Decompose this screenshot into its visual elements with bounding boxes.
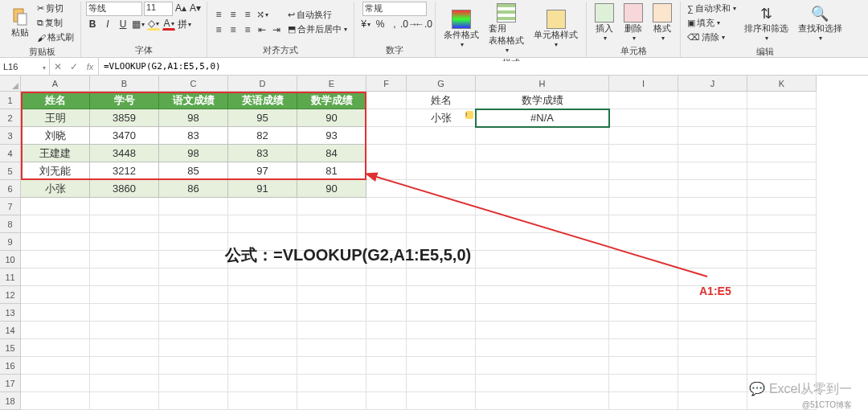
- phonetic-button[interactable]: 拼: [178, 18, 190, 31]
- cell[interactable]: [678, 357, 747, 375]
- col-header[interactable]: C: [159, 76, 228, 92]
- cell[interactable]: 3470: [90, 127, 159, 145]
- row-header[interactable]: 2: [0, 109, 21, 127]
- cell[interactable]: [747, 127, 817, 145]
- number-format-select[interactable]: 常规: [362, 2, 427, 16]
- cell[interactable]: [747, 215, 817, 233]
- comma-icon[interactable]: ,: [388, 18, 401, 31]
- cell[interactable]: #N/A: [476, 109, 609, 127]
- copy-button[interactable]: ⧉复制: [35, 16, 76, 30]
- cell[interactable]: [228, 322, 297, 339]
- cell[interactable]: [90, 375, 159, 392]
- cut-button[interactable]: ✂剪切: [35, 2, 76, 15]
- align-bottom-icon[interactable]: ≡: [241, 8, 254, 21]
- cell[interactable]: [90, 357, 159, 375]
- cell[interactable]: 3859: [90, 109, 159, 127]
- cell[interactable]: [747, 322, 817, 339]
- cell[interactable]: [159, 286, 228, 304]
- cell[interactable]: 82: [228, 127, 297, 145]
- row-header[interactable]: 5: [0, 162, 21, 180]
- cell[interactable]: [678, 304, 747, 322]
- cell[interactable]: [297, 392, 366, 410]
- cell[interactable]: [678, 109, 747, 127]
- cell[interactable]: [609, 145, 678, 162]
- row-header[interactable]: 6: [0, 180, 21, 198]
- cell[interactable]: 90: [297, 109, 366, 127]
- cell[interactable]: 98: [159, 109, 228, 127]
- cell[interactable]: 97: [228, 162, 297, 180]
- row-header[interactable]: 11: [0, 268, 21, 286]
- cell[interactable]: 91: [228, 180, 297, 198]
- cell[interactable]: [747, 268, 817, 286]
- cell[interactable]: [747, 162, 817, 180]
- cell[interactable]: 数学成绩: [297, 92, 366, 109]
- wrap-text-button[interactable]: ↩自动换行: [286, 8, 349, 22]
- cell[interactable]: [90, 198, 159, 215]
- cell[interactable]: [366, 92, 407, 109]
- cell[interactable]: [228, 375, 297, 392]
- cell[interactable]: [21, 392, 90, 410]
- cell[interactable]: [21, 198, 90, 215]
- name-box[interactable]: L16: [0, 58, 50, 75]
- cell[interactable]: [228, 198, 297, 215]
- inc-decimal-icon[interactable]: .0→: [403, 18, 416, 31]
- cell[interactable]: 小张: [21, 180, 90, 198]
- cell[interactable]: [159, 233, 228, 251]
- cell[interactable]: [678, 392, 747, 410]
- row-header[interactable]: 4: [0, 145, 21, 162]
- row-header[interactable]: 1: [0, 92, 21, 109]
- cell[interactable]: [407, 339, 476, 357]
- cell[interactable]: [159, 198, 228, 215]
- cell[interactable]: [297, 286, 366, 304]
- paste-button[interactable]: 粘贴: [8, 6, 32, 40]
- cell-styles-button[interactable]: 单元格样式: [530, 8, 581, 50]
- cell[interactable]: [21, 322, 90, 339]
- cell[interactable]: [366, 322, 407, 339]
- percent-icon[interactable]: %: [374, 18, 387, 31]
- cell[interactable]: [366, 127, 407, 145]
- cell[interactable]: [366, 392, 407, 410]
- cell[interactable]: [90, 233, 159, 251]
- cell[interactable]: [159, 357, 228, 375]
- cell[interactable]: [228, 215, 297, 233]
- cell[interactable]: [476, 322, 609, 339]
- cell[interactable]: [476, 304, 609, 322]
- cell[interactable]: 刘无能: [21, 162, 90, 180]
- row-header[interactable]: 12: [0, 286, 21, 304]
- cell[interactable]: [228, 286, 297, 304]
- cell[interactable]: [407, 145, 476, 162]
- format-painter-button[interactable]: 🖌格式刷: [35, 31, 76, 44]
- conditional-format-button[interactable]: 条件格式: [440, 8, 482, 50]
- cell[interactable]: [159, 215, 228, 233]
- cell[interactable]: 84: [297, 145, 366, 162]
- cell[interactable]: 王建建: [21, 145, 90, 162]
- cell[interactable]: [476, 375, 609, 392]
- cell[interactable]: 83: [159, 127, 228, 145]
- cell[interactable]: [747, 198, 817, 215]
- cell[interactable]: [609, 92, 678, 109]
- cell[interactable]: 姓名: [407, 92, 476, 109]
- font-color-button[interactable]: A: [162, 18, 175, 31]
- cell[interactable]: [90, 251, 159, 268]
- cell[interactable]: [21, 251, 90, 268]
- decrease-font-icon[interactable]: A▾: [189, 2, 202, 14]
- cell[interactable]: [90, 286, 159, 304]
- dec-decimal-icon[interactable]: ←.0: [417, 18, 430, 31]
- cell[interactable]: 86: [159, 180, 228, 198]
- merge-center-button[interactable]: ⬒合并后居中: [286, 23, 349, 36]
- cell[interactable]: [366, 357, 407, 375]
- cell[interactable]: [476, 357, 609, 375]
- cell[interactable]: [228, 357, 297, 375]
- col-header[interactable]: B: [90, 76, 159, 92]
- cell[interactable]: 3860: [90, 180, 159, 198]
- cell[interactable]: 3212: [90, 162, 159, 180]
- cell[interactable]: [747, 357, 817, 375]
- underline-button[interactable]: U: [117, 18, 129, 31]
- font-name-select[interactable]: 等线: [86, 2, 142, 16]
- cell[interactable]: [228, 392, 297, 410]
- cell[interactable]: [747, 92, 817, 109]
- align-left-icon[interactable]: ≡: [212, 23, 225, 36]
- col-header[interactable]: D: [228, 76, 297, 92]
- cell[interactable]: [90, 215, 159, 233]
- cell[interactable]: [609, 339, 678, 357]
